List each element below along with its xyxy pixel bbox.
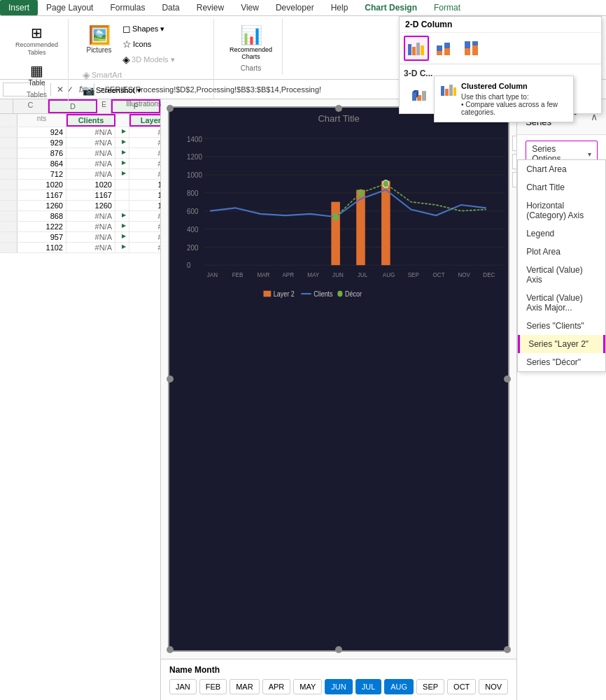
- tab-data[interactable]: Data: [153, 0, 188, 15]
- tab-page-layout[interactable]: Page Layout: [38, 0, 101, 15]
- dropdown-v-axis[interactable]: Vertical (Value) Axis: [518, 261, 605, 289]
- table-row: 712 #N/A ▶ #N/A #N/A: [0, 169, 160, 180]
- dropdown-plot-area[interactable]: Plot Area: [518, 243, 605, 261]
- month-selector: Name Month JAN FEB MAR APR MAY JUN JUL A…: [161, 659, 516, 700]
- resize-handle-bottom[interactable]: [335, 646, 342, 653]
- svg-point-52: [332, 213, 339, 221]
- format-panel: Format Data Series ∧ Series Options ▾: [516, 99, 606, 700]
- shapes-button[interactable]: ◻ Shapes ▾: [120, 22, 178, 36]
- tab-chart-design[interactable]: Chart Design: [356, 0, 425, 15]
- header-nts: nts: [17, 114, 66, 127]
- dropdown-chart-area[interactable]: Chart Area: [518, 160, 605, 178]
- recommended-tables-button[interactable]: ⊞ RecommendedTables: [11, 22, 62, 59]
- tooltip-desc-line2: • Compare values across a few categories…: [461, 101, 568, 116]
- ribbon: Insert Page Layout Formulas Data Review …: [0, 0, 606, 80]
- dropdown-series-layer2[interactable]: Series "Layer 2": [518, 335, 605, 353]
- icons-button[interactable]: ☆ Icons: [120, 37, 178, 51]
- main-area: C D E F nts Clients Layer 2 Décor 924 #N…: [0, 99, 606, 700]
- tab-help[interactable]: Help: [323, 0, 357, 15]
- dropdown-h-axis[interactable]: Horizontal (Category) Axis: [518, 197, 605, 224]
- chart-tooltip: Clustered Column Use this chart type to:…: [434, 76, 574, 122]
- month-btn-mar[interactable]: MAR: [230, 679, 259, 694]
- header-arrow-e: [115, 114, 129, 127]
- resize-handle-bottomright[interactable]: [504, 646, 511, 653]
- resize-handle-right[interactable]: [504, 376, 511, 383]
- header-layer2: Layer 2: [129, 114, 161, 127]
- month-btn-nov[interactable]: NOV: [479, 679, 508, 694]
- header-row: nts Clients Layer 2 Décor: [0, 114, 160, 127]
- ribbon-group-charts: 📊 RecommendedCharts Charts: [220, 19, 283, 75]
- dropdown-series-decor[interactable]: Series "Décor": [518, 353, 605, 371]
- tab-insert[interactable]: Insert: [0, 0, 38, 15]
- smartart-icon: ◈: [83, 69, 90, 80]
- resize-handle-topleft[interactable]: [167, 105, 174, 112]
- dropdown-v-axis-major[interactable]: Vertical (Value) Axis Major...: [518, 289, 605, 317]
- table-row: 1020 1020 1020 1020: [0, 180, 160, 190]
- month-btn-may[interactable]: MAY: [293, 679, 322, 694]
- svg-text:MAR: MAR: [258, 271, 270, 279]
- row-num-header-cell: [0, 114, 17, 127]
- svg-rect-10: [472, 41, 478, 45]
- tab-formulas[interactable]: Formulas: [101, 0, 153, 15]
- table-row: 957 #N/A ▶ #N/A #N/A: [0, 232, 160, 243]
- svg-rect-14: [422, 91, 426, 101]
- table-row: 929 #N/A ▶ #N/A #N/A: [0, 138, 160, 148]
- stacked-column-btn[interactable]: [432, 36, 457, 61]
- tab-review[interactable]: Review: [188, 0, 232, 15]
- recommended-tables-icon: ⊞: [31, 24, 43, 41]
- svg-text:SEP: SEP: [408, 271, 419, 279]
- recommended-tables-label: RecommendedTables: [15, 41, 58, 57]
- resize-handle-bottomleft[interactable]: [167, 646, 174, 653]
- dropdown-legend[interactable]: Legend: [518, 224, 605, 243]
- smartart-button[interactable]: ◈ SmartArt: [80, 68, 144, 82]
- pictures-button[interactable]: 🖼️ Pictures: [80, 22, 118, 57]
- svg-text:DEC: DEC: [483, 271, 495, 279]
- dropdown-chart-title[interactable]: Chart Title: [518, 178, 605, 197]
- svg-text:JUL: JUL: [358, 271, 367, 279]
- series-options-dropdown-menu: Chart Area Chart Title Horizontal (Categ…: [517, 159, 606, 372]
- month-btn-jun[interactable]: JUN: [325, 679, 352, 694]
- month-btn-jul[interactable]: JUL: [355, 679, 382, 694]
- table-row: 1260 1260 1260 1260: [0, 201, 160, 211]
- ribbon-group-illustrations: 🖼️ Pictures ◻ Shapes ▾ ☆ Icons ◈ 3D Mode…: [74, 19, 214, 110]
- month-btn-apr[interactable]: APR: [262, 679, 291, 694]
- month-btn-feb[interactable]: FEB: [199, 679, 227, 694]
- tab-developer[interactable]: Developer: [267, 0, 323, 15]
- screenshot-button[interactable]: 📷 Screenshot ▾: [80, 83, 144, 97]
- tab-view[interactable]: View: [232, 0, 267, 15]
- table-row: 1222 #N/A ▶ #N/A #N/A: [0, 222, 160, 232]
- svg-text:Clients: Clients: [313, 290, 332, 299]
- svg-rect-4: [437, 45, 442, 51]
- chart-container[interactable]: Chart Title 1400 1200 1000 800 600 400 2…: [168, 106, 509, 652]
- month-btn-oct[interactable]: OCT: [447, 679, 476, 694]
- month-selector-label: Name Month: [169, 665, 508, 675]
- month-btn-jan[interactable]: JAN: [169, 679, 197, 694]
- month-btn-aug[interactable]: AUG: [384, 679, 414, 694]
- month-btn-sep[interactable]: SEP: [416, 679, 444, 694]
- clustered-column-btn[interactable]: [404, 36, 429, 61]
- icons-icon: ☆: [122, 38, 132, 50]
- recommended-charts-button[interactable]: 📊 RecommendedCharts: [225, 22, 276, 63]
- shapes-icon: ◻: [122, 23, 131, 34]
- svg-text:1200: 1200: [187, 152, 202, 162]
- dropdown-series-clients[interactable]: Series "Clients": [518, 317, 605, 335]
- svg-text:Layer 2: Layer 2: [274, 290, 295, 299]
- svg-text:800: 800: [187, 188, 198, 197]
- 100pct-stacked-column-btn[interactable]: [460, 36, 485, 61]
- ribbon-group-tables: ⊞ RecommendedTables ▦ Table Tables: [6, 19, 69, 101]
- svg-text:NOV: NOV: [458, 271, 470, 279]
- resize-handle-left[interactable]: [167, 376, 174, 383]
- tab-format[interactable]: Format: [425, 0, 469, 15]
- 3d-clustered-column-btn[interactable]: [408, 83, 433, 108]
- resize-handle-top[interactable]: [335, 105, 342, 112]
- svg-rect-0: [408, 44, 411, 55]
- header-clients: Clients: [66, 114, 115, 127]
- svg-rect-9: [465, 48, 470, 55]
- screenshot-label: Screenshot ▾: [96, 86, 141, 95]
- svg-text:AUG: AUG: [383, 271, 395, 279]
- chart-svg: 1400 1200 1000 800 600 400 200 0: [169, 127, 508, 322]
- 3d-models-button[interactable]: ◈ 3D Models ▾: [120, 52, 178, 66]
- pictures-icon: 🖼️: [88, 24, 111, 46]
- pictures-label: Pictures: [86, 46, 111, 54]
- table-button[interactable]: ▦ Table: [24, 59, 50, 90]
